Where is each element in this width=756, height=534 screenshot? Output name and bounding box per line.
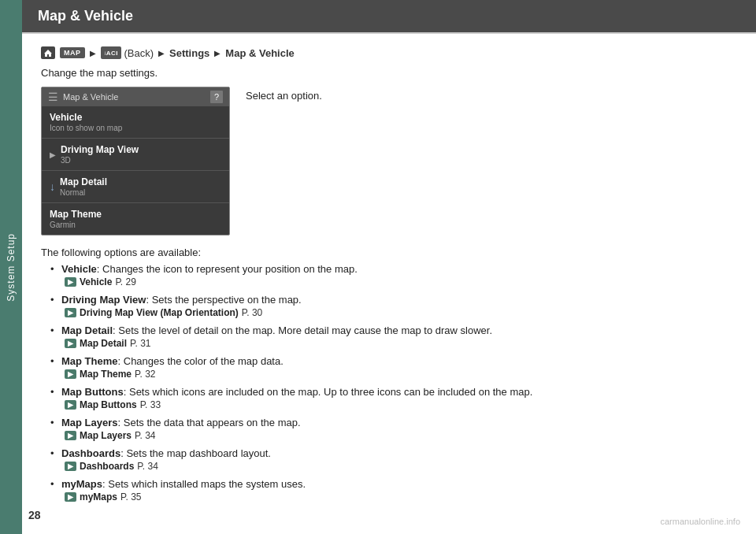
ref-line-vehicle: ▶ Vehicle P. 29 — [65, 276, 737, 287]
nav-arrow-1: ▶ — [90, 49, 96, 57]
menu-item-driving-title: Driving Map View — [61, 144, 139, 155]
list-item-vehicle: Vehicle: Changes the icon to represent y… — [50, 263, 737, 287]
ref-icon-detail: ▶ — [65, 339, 76, 348]
ref-line-detail: ▶ Map Detail P. 31 — [65, 338, 737, 349]
option-term-buttons: Map Buttons — [61, 386, 124, 398]
list-item-mymaps: myMaps: Sets which installed maps the sy… — [50, 478, 737, 502]
menu-header-left: ☰ Map & Vehicle — [48, 91, 118, 103]
menu-item-theme[interactable]: Map Theme Garmin — [42, 203, 229, 235]
ref-label-buttons: Map Buttons — [80, 399, 137, 410]
menu-item-driving-text: Driving Map View 3D — [61, 144, 139, 165]
nav-arrow-3: ▶ — [214, 49, 220, 57]
list-item-driving: Driving Map View: Sets the perspective o… — [50, 294, 737, 318]
sidebar-label: System Setup — [6, 233, 17, 302]
option-term-driving: Driving Map View — [61, 294, 146, 306]
menu-item-detail-title: Map Detail — [60, 176, 107, 187]
ref-page-dashboards: P. 34 — [137, 461, 158, 472]
list-item-detail: Map Detail: Sets the level of detail on … — [50, 324, 737, 349]
menu-header-title: Map & Vehicle — [63, 92, 118, 102]
list-item-dashboards: Dashboards: Sets the map dashboard layou… — [50, 447, 737, 472]
option-desc-dashboards: Sets the map dashboard layout. — [124, 447, 271, 459]
ref-icon-dashboards: ▶ — [65, 462, 76, 471]
menu-screenshot: ☰ Map & Vehicle ? Vehicle Icon to show o… — [41, 87, 230, 235]
ref-line-dashboards: ▶ Dashboards P. 34 — [65, 461, 737, 472]
ref-label-vehicle: Vehicle — [80, 276, 112, 287]
ref-page-layers: P. 34 — [135, 430, 155, 441]
menu-item-theme-title: Map Theme — [50, 209, 221, 220]
option-desc-driving: Sets the perspective on the map. — [149, 294, 302, 306]
back-label: (Back) — [124, 47, 154, 59]
option-desc-detail: Sets the level of detail on the map. Mor… — [116, 324, 492, 336]
ref-label-driving: Driving Map View (Map Orientation) — [80, 307, 239, 318]
menu-item-detail[interactable]: ↓ Map Detail Normal — [42, 171, 229, 203]
breadcrumb: MAP ▶ BACK (Back) ▶ Settings ▶ Map & Veh… — [41, 46, 737, 59]
ref-label-layers: Map Layers — [80, 430, 132, 441]
back-button: BACK — [101, 46, 121, 59]
svg-marker-0 — [44, 50, 52, 57]
ref-label-detail: Map Detail — [80, 338, 127, 349]
ref-icon-theme: ▶ — [65, 369, 76, 379]
ref-page-vehicle: P. 29 — [115, 276, 135, 287]
option-term-vehicle: Vehicle — [61, 263, 97, 275]
menu-item-vehicle[interactable]: Vehicle Icon to show on map — [42, 106, 229, 139]
watermark: carmanualonline.info — [660, 517, 740, 526]
ref-line-layers: ▶ Map Layers P. 34 — [65, 430, 737, 441]
following-text: The following options are available: — [41, 247, 737, 258]
page-header: Map & Vehicle — [22, 0, 756, 34]
page-title-nav: Map & Vehicle — [225, 47, 294, 59]
ref-label-dashboards: Dashboards — [80, 461, 134, 472]
intro-text: Change the map settings. — [41, 67, 737, 79]
option-term-theme: Map Theme — [61, 355, 118, 367]
ref-page-buttons: P. 33 — [140, 399, 161, 410]
sidebar: System Setup — [0, 0, 22, 534]
option-desc-buttons: Sets which icons are included on the map… — [126, 386, 532, 398]
layout-row: ☰ Map & Vehicle ? Vehicle Icon to show o… — [41, 87, 737, 235]
menu-item-theme-sub: Garmin — [50, 221, 221, 229]
ref-icon-driving: ▶ — [65, 308, 76, 317]
home-icon — [41, 46, 55, 59]
menu-item-driving[interactable]: ▶ Driving Map View 3D — [42, 139, 229, 171]
menu-item-vehicle-sub: Icon to show on map — [50, 124, 221, 132]
page-number: 28 — [28, 509, 41, 521]
option-term-detail: Map Detail — [61, 324, 113, 336]
settings-label: Settings — [169, 47, 209, 59]
ref-page-detail: P. 31 — [130, 338, 150, 349]
list-item-theme: Map Theme: Changes the color of the map … — [50, 355, 737, 380]
list-item-buttons: Map Buttons: Sets which icons are includ… — [50, 386, 737, 410]
ref-icon-vehicle: ▶ — [65, 277, 76, 287]
nav-arrow-2: ▶ — [158, 49, 165, 57]
menu-hamburger-icon: ☰ — [48, 91, 58, 103]
ref-line-buttons: ▶ Map Buttons P. 33 — [65, 399, 737, 410]
menu-item-vehicle-title: Vehicle — [50, 112, 221, 123]
main-area: Map & Vehicle MAP ▶ BACK (Back) ▶ Settin… — [22, 0, 756, 534]
option-term-layers: Map Layers — [61, 417, 118, 428]
ref-icon-layers: ▶ — [65, 431, 76, 440]
menu-help-icon: ? — [210, 91, 223, 103]
header-title: Map & Vehicle — [38, 8, 133, 24]
option-desc-mymaps: Sets which installed maps the system use… — [106, 478, 306, 490]
menu-item-detail-sub: Normal — [60, 188, 107, 197]
list-item-layers: Map Layers: Sets the data that appears o… — [50, 417, 737, 441]
options-list: Vehicle: Changes the icon to represent y… — [41, 263, 737, 502]
ref-icon-buttons: ▶ — [65, 400, 76, 410]
ref-line-mymaps: ▶ myMaps P. 35 — [65, 491, 737, 502]
svg-text:BACK: BACK — [105, 50, 117, 57]
ref-label-theme: Map Theme — [80, 369, 132, 380]
option-desc-theme: Changes the color of the map data. — [120, 355, 284, 367]
menu-header: ☰ Map & Vehicle ? — [42, 87, 229, 106]
option-term-dashboards: Dashboards — [61, 447, 120, 459]
option-desc-vehicle: Changes the icon to represent your posit… — [99, 263, 357, 275]
option-term-mymaps: myMaps — [61, 478, 102, 490]
ref-page-mymaps: P. 35 — [120, 491, 141, 502]
ref-label-mymaps: myMaps — [80, 491, 117, 502]
ref-line-driving: ▶ Driving Map View (Map Orientation) P. … — [65, 307, 737, 318]
option-desc-layers: Sets the data that appears on the map. — [120, 417, 300, 428]
arrow-down-icon: ↓ — [50, 180, 55, 193]
ref-line-theme: ▶ Map Theme P. 32 — [65, 369, 737, 380]
select-option-text: Select an option. — [246, 87, 322, 235]
ref-page-theme: P. 32 — [135, 369, 155, 380]
chevron-right-icon: ▶ — [50, 150, 56, 159]
content-area: MAP ▶ BACK (Back) ▶ Settings ▶ Map & Veh… — [22, 34, 756, 534]
menu-item-detail-row: ↓ Map Detail Normal — [50, 176, 221, 197]
ref-page-driving: P. 30 — [242, 307, 262, 318]
